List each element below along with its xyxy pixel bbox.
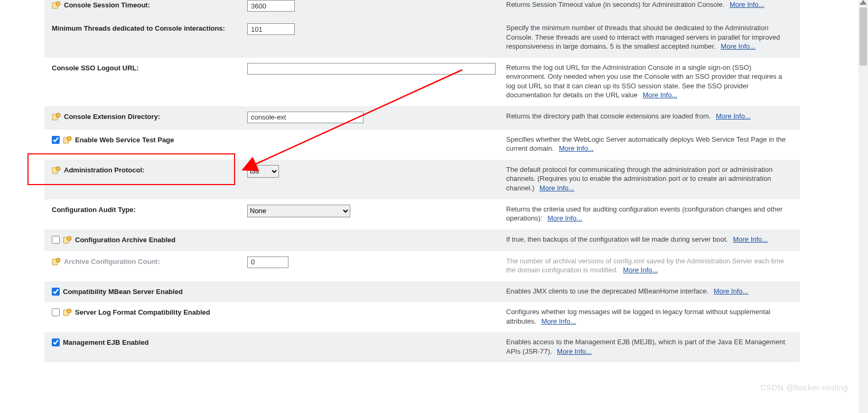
web-test-checkbox[interactable] xyxy=(52,136,60,144)
row-session-timeout: Console Session Timeout: Returns Session… xyxy=(44,0,800,18)
description: Specify the minimum number of threads th… xyxy=(506,23,792,51)
description: Enables JMX clients to use the deprecate… xyxy=(506,287,792,296)
description: Returns the criteria used for auditing c… xyxy=(506,205,792,223)
label: Server Log Format Compatibility Enabled xyxy=(75,308,210,316)
restart-required-icon xyxy=(63,136,72,145)
label: Minimum Threads dedicated to Console int… xyxy=(52,24,225,32)
row-admin-proto: Administration Protocol: t3s The default… xyxy=(44,160,800,199)
label: Console SSO Logout URL: xyxy=(52,64,139,72)
label-group: Server Log Format Compatibility Enabled xyxy=(52,307,247,317)
row-web-test: Enable Web Service Test Page Specifies w… xyxy=(44,130,800,160)
label-group: Minimum Threads dedicated to Console int… xyxy=(52,23,247,32)
label: Configuration Archive Enabled xyxy=(75,236,175,244)
input-cell: t3s xyxy=(247,165,506,178)
label-group: Console SSO Logout URL: xyxy=(52,63,247,72)
row-min-threads: Minimum Threads dedicated to Console int… xyxy=(44,18,800,58)
description: Specifies whether the WebLogic Server au… xyxy=(506,135,792,153)
ext-dir-input[interactable] xyxy=(247,112,363,123)
label: Console Extension Directory: xyxy=(64,113,160,121)
row-mgmt-ejb: Management EJB Enabled Enables access to… xyxy=(44,332,800,362)
sso-logout-input[interactable] xyxy=(247,63,496,75)
svg-point-3 xyxy=(56,113,60,117)
session-timeout-input[interactable] xyxy=(247,0,295,12)
label-group: Management EJB Enabled xyxy=(52,337,247,346)
svg-point-13 xyxy=(67,309,71,313)
input-cell xyxy=(247,63,506,75)
more-info-link[interactable]: More Info... xyxy=(557,347,592,355)
description: Returns the directory path that console … xyxy=(506,112,792,121)
admin-proto-select[interactable]: t3s xyxy=(247,165,279,178)
label: Management EJB Enabled xyxy=(63,338,149,346)
row-audit-type: Configuration Audit Type: None Returns t… xyxy=(44,199,800,230)
restart-required-icon xyxy=(52,166,61,175)
svg-point-9 xyxy=(67,236,71,241)
description: Configures whether log messages will be … xyxy=(506,307,792,326)
svg-point-1 xyxy=(56,2,60,6)
input-cell xyxy=(247,256,506,268)
mgmt-ejb-checkbox[interactable] xyxy=(52,338,60,346)
label-group: Configuration Archive Enabled xyxy=(52,235,247,245)
label-group: Archive Configuration Count: xyxy=(52,256,247,267)
audit-type-select[interactable]: None xyxy=(247,205,350,217)
label-group: Compatibility MBean Server Enabled xyxy=(52,287,247,296)
more-info-link[interactable]: More Info... xyxy=(716,112,751,120)
label-group: Enable Web Service Test Page xyxy=(52,135,247,145)
min-threads-input[interactable] xyxy=(247,23,295,35)
svg-point-5 xyxy=(67,136,71,141)
input-cell xyxy=(247,112,506,123)
input-cell: None xyxy=(247,205,506,217)
settings-table: Console Session Timeout: Returns Session… xyxy=(44,0,800,362)
more-info-link[interactable]: More Info... xyxy=(539,184,574,192)
svg-point-11 xyxy=(56,258,60,262)
vertical-scrollbar[interactable] xyxy=(858,0,868,413)
label-group: Console Session Timeout: xyxy=(52,0,247,10)
input-cell xyxy=(247,23,506,35)
row-log-compat: Server Log Format Compatibility Enabled … xyxy=(44,302,800,332)
row-compat-mbean: Compatibility MBean Server Enabled Enabl… xyxy=(44,281,800,302)
restart-required-icon xyxy=(52,258,61,267)
description: Returns the log out URL for the Administ… xyxy=(506,63,792,100)
label: Compatibility MBean Server Enabled xyxy=(63,288,183,296)
label: Configuration Audit Type: xyxy=(52,206,136,214)
row-archive-count: Archive Configuration Count: The number … xyxy=(44,251,800,281)
description: Returns Session Timeout value (in second… xyxy=(506,0,792,10)
config-page: Console Session Timeout: Returns Session… xyxy=(0,0,868,413)
log-compat-checkbox[interactable] xyxy=(52,308,60,316)
label: Enable Web Service Test Page xyxy=(75,136,174,144)
restart-required-icon xyxy=(52,113,61,122)
label: Console Session Timeout: xyxy=(64,1,150,9)
scrollbar-thumb[interactable] xyxy=(860,7,867,66)
description: Enables access to the Management EJB (ME… xyxy=(506,337,792,356)
label-group: Administration Protocol: xyxy=(52,165,247,175)
more-info-link[interactable]: More Info... xyxy=(642,91,677,99)
description: If true, then backups of the configurati… xyxy=(506,235,792,244)
description: The default protocol for communicating t… xyxy=(506,165,792,193)
compat-mbean-checkbox[interactable] xyxy=(52,288,60,296)
archive-count-input[interactable] xyxy=(247,256,288,268)
more-info-link[interactable]: More Info... xyxy=(542,317,576,325)
description: The number of archival versions of confi… xyxy=(506,256,792,275)
more-info-link[interactable]: More Info... xyxy=(559,144,594,152)
more-info-link[interactable]: More Info... xyxy=(623,266,658,274)
more-info-link[interactable]: More Info... xyxy=(733,235,768,243)
input-cell xyxy=(247,0,506,12)
more-info-link[interactable]: More Info... xyxy=(547,214,582,222)
more-info-link[interactable]: More Info... xyxy=(721,42,755,50)
row-sso-logout: Console SSO Logout URL: Returns the log … xyxy=(44,58,800,106)
restart-required-icon xyxy=(63,236,72,245)
label: Archive Configuration Count: xyxy=(64,258,160,265)
svg-point-7 xyxy=(56,167,60,171)
label: Administration Protocol: xyxy=(64,166,144,174)
label-group: Configuration Audit Type: xyxy=(52,205,247,214)
archive-enabled-checkbox[interactable] xyxy=(52,236,60,244)
label-group: Console Extension Directory: xyxy=(52,112,247,122)
watermark: CSDN @hacker-routing xyxy=(760,383,848,392)
restart-required-icon xyxy=(63,308,72,317)
more-info-link[interactable]: More Info... xyxy=(730,1,764,8)
row-archive-enabled: Configuration Archive Enabled If true, t… xyxy=(44,230,800,251)
restart-required-icon xyxy=(52,1,61,10)
row-ext-dir: Console Extension Directory: Returns the… xyxy=(44,106,800,130)
more-info-link[interactable]: More Info... xyxy=(714,287,749,295)
